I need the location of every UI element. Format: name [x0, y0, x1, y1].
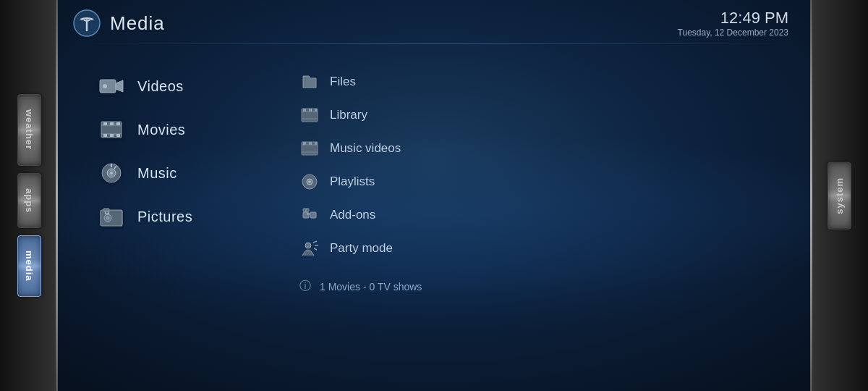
submenu-label-library: Library: [330, 108, 367, 122]
svg-line-43: [313, 241, 317, 243]
music-icon: [98, 160, 124, 186]
submenu: Files Library: [289, 66, 448, 301]
svg-rect-9: [116, 122, 120, 125]
svg-rect-10: [103, 134, 107, 137]
movies-icon: [98, 117, 124, 143]
menu-item-pictures[interactable]: Pictures: [87, 196, 246, 237]
clock-time: 12:49 PM: [678, 9, 788, 28]
tesla-logo-icon: [72, 9, 101, 38]
menu-item-music[interactable]: Music: [87, 153, 246, 193]
svg-rect-20: [103, 209, 109, 211]
page-title: Media: [110, 12, 165, 35]
left-side-panel: weather apps media: [0, 0, 58, 391]
svg-rect-8: [110, 122, 114, 125]
addons-icon: [299, 205, 320, 225]
svg-rect-12: [116, 134, 120, 137]
submenu-item-playlists[interactable]: Playlists: [289, 166, 448, 198]
clock-area: 12:49 PM Tuesday, 12 December 2023: [678, 9, 788, 38]
svg-line-45: [314, 248, 317, 250]
tab-weather[interactable]: weather: [17, 94, 41, 165]
submenu-label-addons: Add-ons: [330, 208, 375, 222]
svg-rect-11: [110, 134, 114, 137]
svg-point-22: [106, 216, 110, 220]
svg-rect-26: [303, 109, 306, 112]
playlists-icon: [299, 172, 320, 192]
svg-rect-39: [310, 212, 316, 218]
right-side-panel: system: [810, 0, 868, 391]
svg-rect-32: [303, 142, 306, 145]
svg-rect-28: [315, 109, 317, 112]
files-icon: [299, 72, 320, 92]
clock-date: Tuesday, 12 December 2023: [678, 28, 788, 38]
main-menu: Videos Movies: [87, 66, 246, 301]
header: Media 12:49 PM Tuesday, 12 December 2023: [58, 0, 810, 43]
submenu-item-files[interactable]: Files: [289, 66, 448, 98]
library-icon: [299, 105, 320, 125]
tab-system[interactable]: system: [827, 162, 851, 230]
svg-rect-7: [103, 122, 107, 125]
tab-media[interactable]: media: [17, 235, 41, 297]
submenu-label-music-videos: Music videos: [330, 141, 401, 156]
svg-point-3: [103, 84, 107, 88]
menu-label-videos: Videos: [137, 78, 184, 95]
main-content: Media 12:49 PM Tuesday, 12 December 2023…: [58, 0, 810, 391]
menu-label-movies: Movies: [137, 122, 185, 138]
music-videos-icon: [299, 138, 320, 159]
svg-point-37: [309, 181, 311, 183]
submenu-label-party-mode: Party mode: [330, 241, 393, 256]
submenu-label-playlists: Playlists: [330, 175, 375, 189]
submenu-item-music-videos[interactable]: Music videos: [289, 133, 448, 164]
party-mode-icon: [299, 238, 320, 258]
svg-rect-27: [309, 109, 312, 112]
submenu-item-addons[interactable]: Add-ons: [289, 199, 448, 231]
info-icon: ⓘ: [299, 279, 311, 294]
menu-label-music: Music: [137, 165, 177, 182]
submenu-label-files: Files: [330, 75, 356, 89]
svg-rect-34: [315, 142, 317, 145]
menu-label-pictures: Pictures: [137, 209, 192, 225]
submenu-item-library[interactable]: Library: [289, 99, 448, 131]
submenu-item-party-mode[interactable]: Party mode: [289, 232, 448, 264]
svg-rect-33: [309, 142, 312, 145]
tab-apps[interactable]: apps: [17, 173, 41, 228]
menu-item-movies[interactable]: Movies: [87, 109, 246, 150]
content-area: Videos Movies: [58, 51, 810, 308]
pictures-icon: [98, 203, 124, 230]
svg-rect-1: [100, 80, 116, 93]
svg-rect-41: [307, 213, 310, 215]
videos-icon: [98, 73, 124, 99]
svg-point-15: [110, 172, 113, 175]
header-divider: [72, 43, 796, 44]
svg-point-42: [305, 243, 311, 248]
info-bar: ⓘ 1 Movies - 0 TV shows: [289, 272, 448, 301]
menu-item-videos[interactable]: Videos: [87, 66, 246, 106]
info-text: 1 Movies - 0 TV shows: [320, 281, 422, 293]
header-left: Media: [72, 9, 165, 38]
svg-marker-2: [116, 80, 123, 92]
